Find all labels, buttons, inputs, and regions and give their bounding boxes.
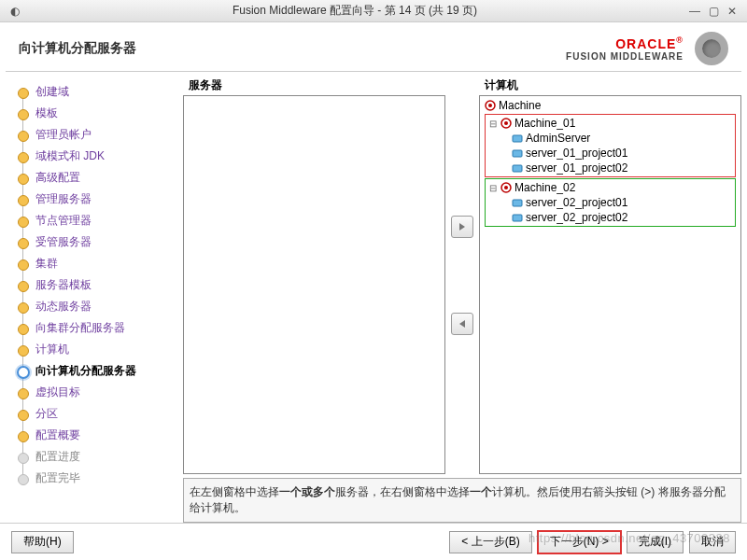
- svg-point-3: [504, 121, 508, 125]
- step-6[interactable]: 节点管理器: [11, 210, 183, 231]
- server-node[interactable]: server_01_project02: [486, 161, 734, 175]
- step-7[interactable]: 受管服务器: [11, 231, 183, 253]
- step-16[interactable]: 配置概要: [11, 425, 183, 446]
- app-menu-icon[interactable]: ◐: [6, 5, 24, 18]
- transfer-buttons: [447, 76, 477, 474]
- cancel-button[interactable]: 取消: [689, 531, 736, 553]
- step-list: 创建域模板管理员帐户域模式和 JDK高级配置管理服务器节点管理器受管服务器集群服…: [11, 81, 183, 489]
- server-node[interactable]: server_02_project01: [486, 195, 734, 210]
- step-5[interactable]: 管理服务器: [11, 189, 183, 210]
- svg-rect-4: [513, 135, 522, 142]
- main-area: 创建域模板管理员帐户域模式和 JDK高级配置管理服务器节点管理器受管服务器集群服…: [0, 72, 747, 523]
- step-sidebar: 创建域模板管理员帐户域模式和 JDK高级配置管理服务器节点管理器受管服务器集群服…: [6, 76, 183, 523]
- maximize-button[interactable]: ▢: [704, 5, 723, 18]
- step-15[interactable]: 分区: [11, 403, 183, 425]
- machine-02-label: Machine_02: [514, 181, 575, 194]
- titlebar: ◐ Fusion Middleware 配置向导 - 第 14 页 (共 19 …: [0, 0, 747, 22]
- machine-01-node[interactable]: ⊟ Machine_01: [486, 116, 734, 131]
- step-12[interactable]: 计算机: [11, 339, 183, 360]
- machine-icon: [500, 117, 513, 130]
- step-2[interactable]: 管理员帐户: [11, 124, 183, 146]
- brand-block: ORACLE® FUSION MIDDLEWARE: [566, 35, 684, 62]
- svg-point-8: [504, 186, 508, 189]
- window-title: Fusion Middleware 配置向导 - 第 14 页 (共 19 页): [24, 3, 685, 19]
- server-icon: [511, 161, 524, 175]
- server-node[interactable]: server_02_project02: [486, 210, 734, 225]
- server-icon: [511, 147, 524, 160]
- panels: 服务器 计算机: [183, 76, 741, 523]
- machines-panel-body[interactable]: Machine ⊟ Machine_01 AdminServer server_…: [479, 95, 741, 474]
- assign-right-button[interactable]: [451, 216, 473, 238]
- brand-ring-icon: [695, 32, 728, 65]
- machines-panel-title: 计算机: [479, 76, 741, 95]
- back-button[interactable]: < 上一步(B): [449, 531, 531, 553]
- svg-rect-9: [513, 200, 522, 206]
- machine-01-label: Machine_01: [514, 117, 575, 130]
- brand-text: ORACLE®: [566, 35, 684, 51]
- servers-panel: 服务器: [183, 76, 445, 474]
- servers-panel-body[interactable]: [183, 95, 445, 474]
- server-node[interactable]: server_01_project01: [486, 146, 734, 161]
- machine-icon: [500, 181, 513, 194]
- instruction-text: 在左侧窗格中选择一个或多个服务器，在右侧窗格中选择一个计算机。然后使用右箭头按钮…: [183, 478, 741, 523]
- chevron-right-icon: [458, 222, 467, 231]
- svg-rect-5: [513, 150, 522, 157]
- machine-01-group: ⊟ Machine_01 AdminServer server_01_proje…: [485, 114, 736, 177]
- step-11[interactable]: 向集群分配服务器: [11, 317, 183, 339]
- close-button[interactable]: ✕: [723, 5, 741, 18]
- step-4[interactable]: 高级配置: [11, 167, 183, 189]
- tree-root-label: Machine: [499, 99, 541, 112]
- server-icon: [511, 211, 524, 224]
- svg-rect-6: [513, 165, 522, 172]
- step-9[interactable]: 服务器模板: [11, 274, 183, 296]
- minimize-button[interactable]: —: [685, 5, 704, 18]
- chevron-left-icon: [458, 319, 467, 329]
- brand-subtext: FUSION MIDDLEWARE: [566, 51, 684, 62]
- machine-icon: [484, 99, 497, 112]
- expand-icon[interactable]: ⊟: [488, 183, 498, 193]
- svg-point-1: [488, 104, 492, 107]
- step-1[interactable]: 模板: [11, 103, 183, 124]
- step-17: 配置进度: [11, 446, 183, 468]
- tree-root[interactable]: Machine: [482, 98, 739, 113]
- machine-02-node[interactable]: ⊟ Machine_02: [486, 180, 734, 195]
- panel-row: 服务器 计算机: [183, 76, 741, 474]
- expand-icon[interactable]: ⊟: [488, 119, 498, 129]
- page-title: 向计算机分配服务器: [19, 40, 566, 57]
- finish-button[interactable]: 完成(I): [627, 531, 684, 553]
- assign-left-button[interactable]: [451, 313, 473, 335]
- step-0[interactable]: 创建域: [11, 81, 183, 103]
- server-node[interactable]: AdminServer: [486, 131, 734, 146]
- step-14[interactable]: 虚拟目标: [11, 382, 183, 403]
- next-button[interactable]: 下一步(N) >: [538, 531, 621, 553]
- step-18: 配置完毕: [11, 468, 183, 489]
- machine-02-group: ⊟ Machine_02 server_02_project01 server_…: [485, 178, 736, 227]
- servers-panel-title: 服务器: [183, 76, 445, 95]
- svg-rect-10: [513, 215, 522, 221]
- content-area: 向计算机分配服务器 ORACLE® FUSION MIDDLEWARE 创建域模…: [0, 22, 747, 560]
- machines-panel: 计算机 Machine ⊟ Machine_01: [479, 76, 741, 474]
- server-icon: [511, 196, 524, 209]
- step-10[interactable]: 动态服务器: [11, 296, 183, 317]
- server-icon: [511, 132, 524, 145]
- wizard-window: ◐ Fusion Middleware 配置向导 - 第 14 页 (共 19 …: [0, 0, 747, 560]
- help-button[interactable]: 帮助(H): [11, 531, 74, 553]
- footer: 帮助(H) < 上一步(B) 下一步(N) > 完成(I) 取消: [0, 523, 747, 560]
- header-row: 向计算机分配服务器 ORACLE® FUSION MIDDLEWARE: [0, 22, 747, 71]
- step-13[interactable]: 向计算机分配服务器: [11, 360, 183, 382]
- step-3[interactable]: 域模式和 JDK: [11, 146, 183, 167]
- step-8[interactable]: 集群: [11, 253, 183, 274]
